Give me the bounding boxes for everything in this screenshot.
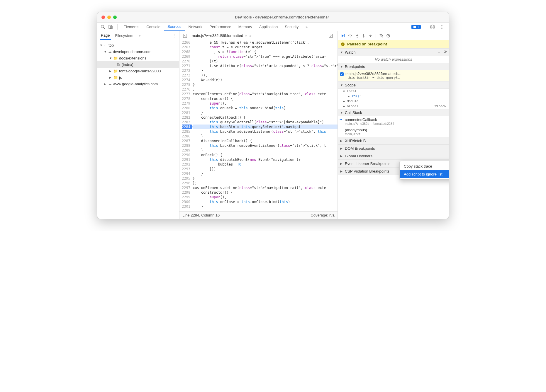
gutter-line[interactable]: 2283 bbox=[182, 120, 190, 125]
gutter-line[interactable]: 2297 bbox=[182, 185, 190, 190]
code-line[interactable]: , s = !function(e) { bbox=[193, 50, 338, 54]
gutter-line[interactable]: 2292 bbox=[182, 162, 190, 167]
gutter-line[interactable]: 2269 bbox=[182, 54, 190, 59]
callframe-anonymous[interactable]: (anonymous) main.js?v= bbox=[338, 127, 449, 137]
watch-refresh-icon[interactable]: ⟳ bbox=[444, 50, 447, 55]
code-line[interactable]: ; bbox=[193, 87, 338, 92]
gutter-line[interactable]: 2284 bbox=[182, 125, 193, 129]
tree-top[interactable]: ▼▭top bbox=[97, 42, 179, 48]
menu-add-to-ignore-list[interactable]: Add script to ignore list bbox=[400, 170, 449, 178]
editor-tab-main-js[interactable]: main.js?v=e382d86f:formatted × bbox=[192, 33, 247, 38]
gutter-line[interactable]: 2288 bbox=[182, 143, 190, 148]
code-line[interactable]: constructor() { bbox=[193, 96, 338, 101]
watch-add-icon[interactable]: ＋ bbox=[437, 50, 441, 55]
code-line[interactable]: } bbox=[193, 171, 338, 176]
gutter-line[interactable]: 2270 bbox=[182, 59, 190, 64]
code-line[interactable]: this.backBtn.addEventListener(class="str… bbox=[193, 129, 338, 134]
code-line[interactable]: this.querySelectorAll(class="str">"[data… bbox=[193, 120, 338, 125]
window-zoom-button[interactable] bbox=[113, 16, 117, 19]
gutter-line[interactable]: 2290 bbox=[182, 153, 190, 157]
step-into-icon[interactable] bbox=[355, 34, 359, 38]
gutter-line[interactable]: 2294 bbox=[182, 171, 190, 176]
breakpoint-entry[interactable]: ✓main.js?v=e382d86f:formatted:… this.bac… bbox=[338, 70, 449, 81]
code-line[interactable]: return class="str">"true" === e.getAttri… bbox=[193, 54, 338, 59]
step-icon[interactable] bbox=[368, 34, 372, 38]
gutter-line[interactable]: 2277 bbox=[182, 92, 190, 96]
code-editor[interactable]: 2266226722682269227022712272227322742275… bbox=[179, 40, 338, 211]
tab-security[interactable]: Security bbox=[281, 23, 302, 31]
gutter-line[interactable]: 2279 bbox=[182, 101, 190, 106]
gutter-line[interactable]: 2296 bbox=[182, 181, 190, 185]
menu-copy-stack-trace[interactable]: Copy stack trace bbox=[400, 162, 449, 170]
gutter-line[interactable]: 2276 bbox=[182, 87, 190, 92]
scope-this[interactable]: ▶ this:… bbox=[338, 94, 449, 99]
gutter-line[interactable]: 2278 bbox=[182, 96, 190, 101]
close-tab-icon[interactable]: × bbox=[245, 33, 247, 38]
nav-forward-icon[interactable] bbox=[328, 33, 334, 39]
code-line[interactable]: super(), bbox=[193, 195, 338, 200]
tab-application[interactable]: Application bbox=[256, 23, 282, 31]
code-line[interactable]: e && !we.has(e) && (e.addEventListener('… bbox=[193, 40, 338, 45]
gutter-line[interactable]: 2289 bbox=[182, 148, 190, 153]
navigator-tab-overflow[interactable]: » bbox=[138, 31, 142, 40]
gutter-line[interactable]: 2301 bbox=[182, 204, 190, 209]
tree-folder-docs-extensions[interactable]: ▼📁docs/extensions bbox=[97, 55, 179, 61]
code-line[interactable]: } bbox=[193, 134, 338, 139]
code-line[interactable]: this.onClose = this.onClose.bind(this) bbox=[193, 200, 338, 204]
code-line[interactable]: onBack() { bbox=[193, 153, 338, 157]
tree-origin-chrome[interactable]: ▼☁developer.chrome.com bbox=[97, 48, 179, 55]
gutter-line[interactable]: 2273 bbox=[182, 73, 190, 78]
pause-on-exceptions-icon[interactable] bbox=[386, 34, 390, 38]
gutter-line[interactable]: 2268 bbox=[182, 50, 190, 54]
scope-global[interactable]: ▶ GlobalWindow bbox=[338, 104, 449, 109]
gutter-line[interactable]: 2286 bbox=[182, 134, 190, 139]
tab-network[interactable]: Network bbox=[185, 23, 206, 31]
gutter-line[interactable]: 2298 bbox=[182, 190, 190, 195]
callframe-connected-callback[interactable]: connectedCallback main.js?v=e382d…format… bbox=[338, 116, 449, 127]
xhr-header[interactable]: ▶XHR/fetch B bbox=[338, 137, 449, 144]
kebab-icon[interactable] bbox=[439, 24, 445, 30]
code-line[interactable]: } bbox=[193, 68, 338, 73]
gutter-line[interactable]: 2274 bbox=[182, 78, 190, 82]
code-line[interactable]: this.backBtn = this.querySelector(".navi… bbox=[193, 125, 338, 129]
tab-elements[interactable]: Elements bbox=[120, 23, 143, 31]
code-line[interactable]: this.backBtn.removeEventListener(class="… bbox=[193, 143, 338, 148]
tab-overflow[interactable]: » bbox=[302, 23, 311, 31]
tree-origin-ga[interactable]: ▶☁www.google-analytics.com bbox=[97, 81, 179, 87]
tab-performance[interactable]: Performance bbox=[206, 23, 235, 31]
code-line[interactable]: ); bbox=[193, 181, 338, 185]
code-line[interactable]: bubbles: !0 bbox=[193, 162, 338, 167]
gutter-line[interactable]: 2282 bbox=[182, 115, 190, 120]
breakpoints-header[interactable]: ▼Breakpoints bbox=[338, 63, 449, 70]
gutter-line[interactable]: 2275 bbox=[182, 82, 190, 87]
watch-header[interactable]: ▼Watch ＋ ⟳ bbox=[338, 48, 449, 56]
scope-local[interactable]: ▼ Local bbox=[338, 89, 449, 94]
navigator-tab-page[interactable]: Page bbox=[100, 31, 111, 40]
code-line[interactable]: })) bbox=[193, 167, 338, 171]
settings-icon[interactable] bbox=[429, 24, 436, 30]
tree-file-index[interactable]: 🗎(index) bbox=[97, 61, 179, 68]
code-line[interactable]: customElements.define(class="str">"navig… bbox=[193, 185, 338, 190]
tab-memory[interactable]: Memory bbox=[235, 23, 256, 31]
gutter-line[interactable]: 2299 bbox=[182, 195, 190, 200]
code-line[interactable]: this.dispatchEvent(new Event("navigation… bbox=[193, 157, 338, 162]
code-line[interactable]: } bbox=[193, 204, 338, 209]
nav-back-icon[interactable] bbox=[182, 33, 188, 39]
tree-folder-js[interactable]: ▶📁js bbox=[97, 74, 179, 81]
window-minimize-button[interactable] bbox=[107, 16, 111, 19]
code-line[interactable]: } bbox=[193, 176, 338, 181]
step-out-icon[interactable] bbox=[362, 34, 365, 38]
code-line[interactable]: )), bbox=[193, 73, 338, 78]
code-line[interactable]: } bbox=[193, 82, 338, 87]
gutter-line[interactable]: 2280 bbox=[182, 106, 190, 110]
issues-badge[interactable]: 1 bbox=[411, 25, 421, 29]
gutter-line[interactable]: 2272 bbox=[182, 68, 190, 73]
code-line[interactable]: this.onBack = this.onBack.bind(this) bbox=[193, 106, 338, 110]
inspect-icon[interactable] bbox=[100, 24, 106, 30]
gutter-line[interactable]: 2281 bbox=[182, 110, 190, 115]
gutter-line[interactable]: 2287 bbox=[182, 139, 190, 143]
window-close-button[interactable] bbox=[101, 16, 105, 19]
tree-folder-fonts[interactable]: ▶📁fonts/google-sans-v2003 bbox=[97, 68, 179, 74]
code-line[interactable]: constructor() { bbox=[193, 190, 338, 195]
callstack-header[interactable]: ▼Call Stack bbox=[338, 109, 449, 116]
